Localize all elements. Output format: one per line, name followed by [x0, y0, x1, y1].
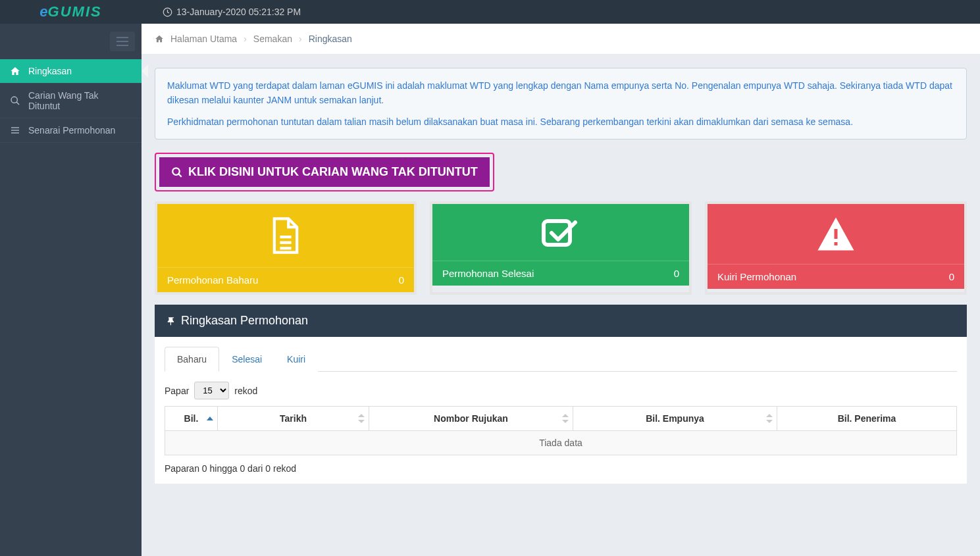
stats-row: Permohonan Baharu 0 Permohonan Selesai 0 — [155, 201, 967, 295]
sidebar-item-label: Senarai Permohonan — [28, 125, 115, 136]
no-data-row: Tiada data — [165, 431, 957, 455]
svg-line-10 — [178, 174, 182, 177]
list-icon — [10, 125, 20, 136]
sidebar: Ringkasan Carian Wang Tak Dituntut Senar… — [0, 24, 142, 556]
info-text-2: Perkhidmatan permohonan tuntutan dalam t… — [167, 114, 954, 129]
search-wtd-button[interactable]: KLIK DISINI UNTUK CARIAN WANG TAK DITUNT… — [159, 157, 490, 187]
table-info: Paparan 0 hingga 0 dari 0 rekod — [165, 463, 957, 474]
svg-rect-16 — [835, 242, 838, 245]
stat-query-label: Kuiri Permohonan — [717, 271, 796, 282]
info-text-1: Maklumat WTD yang terdapat dalam laman e… — [167, 78, 954, 108]
sort-icon — [766, 414, 773, 423]
breadcrumb: Halaman Utama › Semakan › Ringkasan — [142, 24, 980, 55]
sidebar-toggle-button[interactable] — [110, 32, 135, 51]
data-table: Bil. Tarikh — [165, 406, 957, 455]
show-suffix: rekod — [234, 386, 257, 396]
svg-marker-20 — [562, 414, 569, 417]
sidebar-item-label: Ringkasan — [28, 66, 72, 76]
datetime-display: 13-January-2020 05:21:32 PM — [163, 7, 301, 17]
th-tarikh[interactable]: Tarikh — [218, 407, 369, 431]
stat-done-count: 0 — [674, 268, 679, 279]
show-prefix: Papar — [165, 386, 189, 396]
svg-marker-19 — [358, 420, 365, 423]
th-empunya[interactable]: Bil. Empunya — [573, 407, 777, 431]
logo-gumis: GUMIS — [48, 3, 102, 20]
sidebar-item-label: Carian Wang Tak Dituntut — [28, 90, 132, 111]
sort-icon — [562, 414, 569, 423]
datetime-text: 13-January-2020 05:21:32 PM — [176, 7, 301, 17]
svg-rect-15 — [835, 229, 838, 239]
svg-point-9 — [172, 168, 180, 175]
info-notice: Maklumat WTD yang terdapat dalam laman e… — [155, 68, 967, 139]
stat-new-label: Permohonan Baharu — [167, 274, 258, 286]
breadcrumb-sep: › — [244, 34, 247, 44]
stat-card-done[interactable]: Permohonan Selesai 0 — [430, 201, 692, 295]
pin-icon — [167, 316, 176, 326]
breadcrumb-mid[interactable]: Semakan — [253, 34, 292, 44]
svg-rect-3 — [116, 45, 128, 46]
breadcrumb-sep: › — [299, 34, 302, 44]
per-page-select[interactable]: 15 — [194, 382, 229, 399]
stat-new-count: 0 — [399, 274, 404, 286]
brand-logo[interactable]: eGUMIS — [0, 0, 142, 24]
no-data-cell: Tiada data — [165, 431, 957, 455]
search-cta-wrap: KLIK DISINI UNTUK CARIAN WANG TAK DITUNT… — [155, 153, 494, 191]
clock-icon — [163, 7, 172, 17]
search-icon — [171, 166, 183, 178]
th-penerima[interactable]: Bil. Penerima — [777, 407, 957, 431]
home-icon — [155, 34, 164, 43]
svg-marker-18 — [358, 414, 365, 417]
sort-asc-icon — [207, 417, 213, 420]
sort-icon — [358, 414, 365, 423]
search-icon — [10, 95, 20, 106]
stat-card-query[interactable]: Kuiri Permohonan 0 — [705, 201, 967, 295]
breadcrumb-home[interactable]: Halaman Utama — [170, 34, 237, 44]
search-wtd-label: KLIK DISINI UNTUK CARIAN WANG TAK DITUNT… — [188, 165, 478, 179]
stat-query-count: 0 — [949, 271, 954, 282]
check-icon — [541, 216, 580, 249]
svg-marker-17 — [207, 417, 213, 420]
svg-rect-2 — [116, 41, 128, 42]
tab-kuiri[interactable]: Kuiri — [274, 347, 318, 372]
sidebar-item-ringkasan[interactable]: Ringkasan — [0, 59, 142, 84]
tabs: Baharu Selesai Kuiri — [165, 347, 957, 372]
svg-point-4 — [11, 97, 17, 103]
svg-line-5 — [16, 102, 19, 105]
file-icon — [269, 216, 303, 255]
stat-card-new[interactable]: Permohonan Baharu 0 — [155, 201, 417, 295]
svg-marker-23 — [766, 420, 773, 423]
topbar: eGUMIS 13-January-2020 05:21:32 PM — [0, 0, 980, 24]
th-rujukan[interactable]: Nombor Rujukan — [369, 407, 573, 431]
svg-rect-1 — [116, 37, 128, 38]
svg-marker-21 — [562, 420, 569, 423]
stat-done-label: Permohonan Selesai — [442, 268, 534, 279]
sidebar-item-carian[interactable]: Carian Wang Tak Dituntut — [0, 84, 142, 118]
main-content: Halaman Utama › Semakan › Ringkasan Makl… — [142, 24, 980, 556]
panel-header: Ringkasan Permohonan — [155, 305, 967, 337]
tab-selesai[interactable]: Selesai — [219, 347, 274, 372]
logo-e: e — [39, 3, 47, 20]
sidebar-item-senarai[interactable]: Senarai Permohonan — [0, 118, 142, 143]
hamburger-icon — [116, 37, 128, 46]
breadcrumb-current: Ringkasan — [309, 34, 352, 44]
warning-icon — [816, 216, 856, 252]
th-bil[interactable]: Bil. — [165, 407, 218, 431]
table-controls: Papar 15 rekod — [165, 382, 957, 399]
tab-baharu[interactable]: Baharu — [165, 347, 219, 372]
panel-title: Ringkasan Permohonan — [181, 314, 308, 328]
summary-panel: Ringkasan Permohonan Baharu Selesai Kuir… — [155, 305, 967, 484]
home-icon — [10, 66, 20, 76]
svg-marker-22 — [766, 414, 773, 417]
